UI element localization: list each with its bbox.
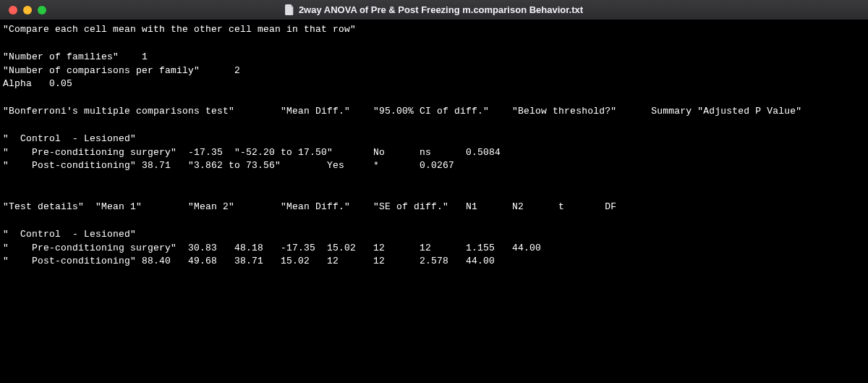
zoom-window-button[interactable] xyxy=(38,6,46,14)
window-title: 2way ANOVA of Pre & Post Freezing m.comp… xyxy=(299,4,583,15)
document-icon xyxy=(285,4,294,15)
traffic-lights xyxy=(0,6,46,14)
minimize-window-button[interactable] xyxy=(23,6,32,14)
text-document-body[interactable]: "Compare each cell mean with the other c… xyxy=(0,20,868,272)
window-titlebar: 2way ANOVA of Pre & Post Freezing m.comp… xyxy=(0,0,868,20)
close-window-button[interactable] xyxy=(9,6,17,14)
title-center: 2way ANOVA of Pre & Post Freezing m.comp… xyxy=(0,4,868,15)
